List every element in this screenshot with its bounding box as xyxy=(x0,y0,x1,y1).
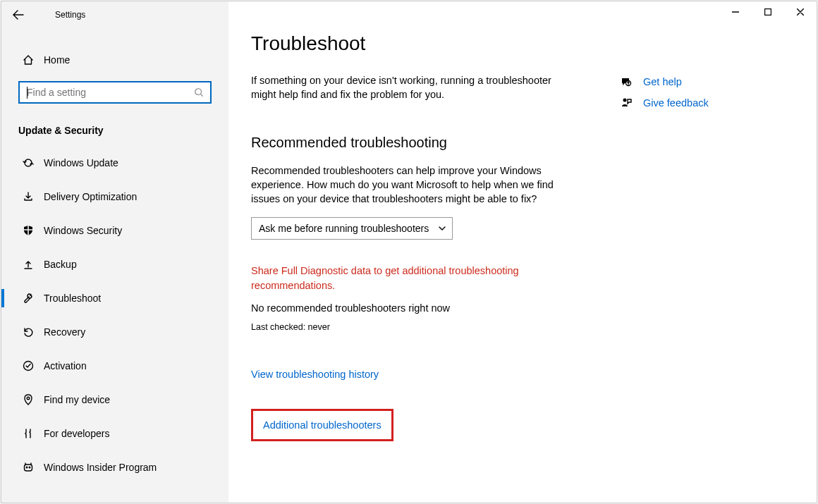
dropdown-value: Ask me before running troubleshooters xyxy=(259,223,429,234)
page-intro: If something on your device isn't workin… xyxy=(251,73,561,102)
close-button[interactable] xyxy=(784,1,817,23)
additional-troubleshooters-highlight: Additional troubleshooters xyxy=(251,409,393,441)
help-icon xyxy=(619,76,633,87)
svg-point-8 xyxy=(623,99,627,102)
tools-icon xyxy=(21,426,35,441)
nav-windows-update[interactable]: Windows Update xyxy=(1,146,228,180)
give-feedback-link[interactable]: Give feedback xyxy=(619,97,774,109)
home-icon xyxy=(21,54,35,66)
search-input-wrap[interactable] xyxy=(18,81,212,104)
minimize-button[interactable] xyxy=(719,1,752,23)
feedback-icon xyxy=(619,97,633,109)
svg-point-0 xyxy=(195,89,202,95)
last-checked-text: Last checked: never xyxy=(251,322,817,332)
back-arrow-icon xyxy=(13,9,24,20)
sidebar-section-title: Update & Security xyxy=(1,104,228,143)
view-history-link[interactable]: View troubleshooting history xyxy=(251,369,379,380)
recommended-heading: Recommended troubleshooting xyxy=(251,135,817,151)
check-circle-icon xyxy=(21,359,35,373)
nav-activation[interactable]: Activation xyxy=(1,349,228,383)
svg-point-5 xyxy=(29,467,30,468)
nav-windows-insider[interactable]: Windows Insider Program xyxy=(1,450,228,484)
svg-point-2 xyxy=(27,397,30,400)
nav-windows-security[interactable]: Windows Security xyxy=(1,214,228,247)
troubleshoot-mode-dropdown[interactable]: Ask me before running troubleshooters xyxy=(251,217,453,240)
svg-point-4 xyxy=(26,467,28,468)
nav-backup[interactable]: Backup xyxy=(1,247,228,281)
location-icon xyxy=(21,393,35,407)
maximize-button[interactable] xyxy=(752,1,784,23)
recovery-icon xyxy=(21,325,35,339)
home-nav[interactable]: Home xyxy=(1,43,228,77)
recommended-body: Recommended troubleshooters can help imp… xyxy=(251,164,561,207)
app-title: Settings xyxy=(35,10,85,20)
shield-icon xyxy=(21,223,35,238)
page-title: Troubleshoot xyxy=(251,32,817,55)
download-icon xyxy=(21,190,35,204)
nav-delivery-optimization[interactable]: Delivery Optimization xyxy=(1,180,228,214)
insider-icon xyxy=(21,460,35,474)
svg-rect-6 xyxy=(765,9,771,16)
chevron-down-icon xyxy=(438,224,446,233)
no-recommended-text: No recommended troubleshooters right now xyxy=(251,302,817,314)
diagnostic-warning: Share Full Diagnostic data to get additi… xyxy=(251,264,561,293)
search-icon xyxy=(188,87,210,97)
search-input[interactable] xyxy=(20,87,188,98)
additional-troubleshooters-link[interactable]: Additional troubleshooters xyxy=(263,419,381,431)
nav-find-my-device[interactable]: Find my device xyxy=(1,383,228,417)
wrench-icon xyxy=(21,291,35,305)
svg-rect-3 xyxy=(25,465,32,471)
upload-icon xyxy=(21,257,35,271)
nav-troubleshoot[interactable]: Troubleshoot xyxy=(1,281,228,315)
back-button[interactable] xyxy=(1,1,35,27)
nav-recovery[interactable]: Recovery xyxy=(1,315,228,349)
nav-for-developers[interactable]: For developers xyxy=(1,417,228,450)
home-label: Home xyxy=(35,54,70,66)
refresh-icon xyxy=(21,156,35,170)
get-help-link[interactable]: Get help xyxy=(619,76,774,87)
text-caret xyxy=(27,87,28,99)
